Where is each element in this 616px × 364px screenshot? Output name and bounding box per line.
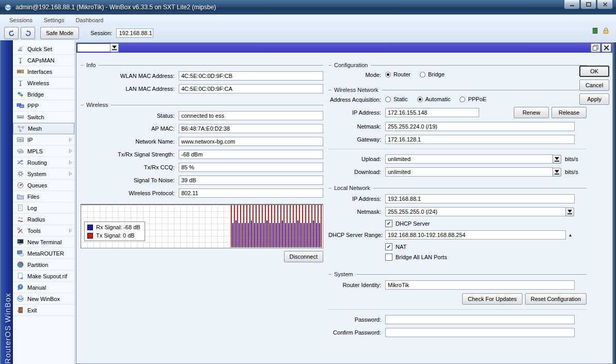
dhcp-range-up-arrow-icon[interactable]: ▲: [566, 233, 575, 238]
nat-label: NAT: [396, 244, 406, 250]
reset-configuration-button[interactable]: Reset Configuration: [525, 293, 587, 305]
lan-mac-address-field[interactable]: 4C:5E:0C:0D:9F:CA: [179, 84, 323, 93]
minimize-button[interactable]: [564, 0, 580, 9]
sidebar-item-switch[interactable]: Switch: [13, 112, 74, 123]
cancel-button[interactable]: Cancel: [579, 80, 609, 91]
renew-button[interactable]: Renew: [514, 107, 549, 118]
router-identity-field[interactable]: MikroTik: [385, 280, 575, 290]
sidebar-item-system[interactable]: System: [13, 168, 74, 180]
legend-text: Rx Signal: -68 dB: [96, 224, 140, 230]
password-field[interactable]: [385, 315, 575, 324]
upload-unit-label: bits/s: [565, 156, 578, 162]
upload-dropdown-button[interactable]: [552, 155, 561, 164]
interfaces-icon: [16, 68, 24, 76]
bridge-all-lan-ports-label: Bridge All LAN Ports: [396, 254, 447, 260]
sidebar-item-radius[interactable]: Radius: [13, 214, 74, 225]
ok-button[interactable]: OK: [579, 66, 609, 77]
quickset-mode-combo[interactable]: CPE: [77, 43, 119, 52]
disconnect-button[interactable]: Disconnect: [284, 251, 323, 262]
sidebar-item-log[interactable]: Log: [13, 202, 74, 214]
radio-bridge[interactable]: Bridge: [420, 71, 445, 77]
menu-item-settings[interactable]: Settings: [44, 17, 65, 23]
sidebar-item-exit[interactable]: Exit: [13, 305, 74, 316]
radio-static[interactable]: Static: [385, 96, 408, 102]
sidebar-item-interfaces[interactable]: Interfaces: [13, 66, 74, 77]
sidebar-item-bridge[interactable]: Bridge: [13, 89, 74, 100]
quickset-restore-button[interactable]: [591, 43, 601, 52]
tx-rx-ccq-field[interactable]: 85 %: [179, 163, 323, 172]
sidebar-item-wireless[interactable]: Wireless: [13, 77, 74, 89]
wlan-mac-address-field[interactable]: 4C:5E:0C:0D:9F:CB: [179, 71, 323, 81]
quickset-close-button[interactable]: [602, 43, 611, 52]
radio-pppoe[interactable]: PPPoE: [460, 96, 486, 102]
radio-label: Router: [393, 71, 410, 77]
close-button[interactable]: [597, 0, 613, 9]
gateway-field[interactable]: 172.16.128.1: [385, 135, 575, 144]
sidebar-item-capsman[interactable]: CAPsMAN: [13, 55, 74, 66]
bridge-all-lan-ports-checkbox[interactable]: [385, 254, 392, 261]
sidebar-item-partition[interactable]: Partition: [13, 259, 74, 271]
upload-field[interactable]: unlimited: [385, 154, 553, 164]
download-dropdown-button[interactable]: [552, 168, 561, 177]
release-button[interactable]: Release: [551, 107, 587, 118]
password-label: Password:: [328, 316, 385, 323]
sidebar-item-routing[interactable]: Routing: [13, 157, 74, 168]
lan-netmask-field[interactable]: 255.255.255.0 (/24): [385, 207, 566, 216]
tx-rx-signal-strength-field[interactable]: -68 dBm: [179, 150, 323, 159]
sidebar-item-queues[interactable]: Queues: [13, 180, 74, 191]
maximize-button[interactable]: [580, 0, 596, 9]
radio-router[interactable]: Router: [385, 71, 410, 77]
menu-item-sessions[interactable]: Sessions: [9, 17, 33, 23]
info-group-header: Info: [81, 62, 323, 68]
network-name-field[interactable]: www.networx-bg.com: [179, 137, 323, 146]
status-field[interactable]: connected to ess: [179, 111, 323, 120]
quickset-mode-value[interactable]: CPE: [77, 43, 110, 52]
signal-to-noise-field[interactable]: 39 dB: [179, 176, 323, 185]
ap-mac-field[interactable]: B6:48:7A:E0:D2:38: [179, 124, 323, 133]
sidebar-item-make-supout-rif[interactable]: Make Supout.rif: [13, 271, 74, 282]
quickset-mode-dropdown-button[interactable]: [110, 43, 119, 52]
sidebar-item-new-terminal[interactable]: New Terminal: [13, 236, 74, 248]
quickset-left-column: Info WLAN MAC Address:4C:5E:0C:0D:9F:CBL…: [81, 53, 323, 262]
wireless-protocol-field[interactable]: 802.11: [179, 188, 323, 198]
sidebar-item-label: New WinBox: [27, 296, 72, 302]
sidebar-item-label: Manual: [27, 284, 72, 291]
menubar: SessionsSettingsDashboard: [0, 14, 616, 26]
configuration-group-header: Configuration: [328, 62, 587, 68]
sidebar-item-ip[interactable]: 255IP: [13, 134, 74, 146]
sidebar-item-label: Mesh: [28, 125, 72, 132]
lan-ip-field[interactable]: 192.168.88.1: [385, 194, 575, 203]
apply-button[interactable]: Apply: [579, 93, 609, 105]
radio-automatic[interactable]: Automatic: [417, 96, 451, 102]
sidebar-item-mpls[interactable]: MPLS: [13, 146, 74, 157]
sidebar-item-manual[interactable]: ?Manual: [13, 282, 74, 293]
dhcp-server-checkbox[interactable]: ✓: [385, 220, 392, 227]
sidebar-item-label: Files: [27, 194, 72, 200]
download-field[interactable]: unlimited: [385, 167, 553, 177]
sidebar-item-new-winbox[interactable]: New WinBox: [13, 293, 74, 305]
wan-netmask-field[interactable]: 255.255.224.0 (/19): [385, 122, 575, 131]
log-icon: [16, 204, 24, 212]
sidebar-item-label: Exit: [27, 307, 72, 313]
undo-button[interactable]: [4, 27, 19, 39]
sidebar-item-metarouter[interactable]: MetaROUTER: [13, 248, 74, 259]
wan-ip-field[interactable]: 172.16.155.148: [385, 108, 479, 117]
sidebar-item-ppp[interactable]: PPP: [13, 100, 74, 112]
sidebar-item-quick-set[interactable]: Quick Set: [13, 43, 74, 55]
lan-netmask-dropdown-button[interactable]: [565, 208, 574, 216]
sidebar-item-label: Routing: [27, 160, 66, 166]
check-for-updates-button[interactable]: Check For Updates: [462, 293, 523, 305]
quickset-window: CPE Quick Set Info WLAN MAC Address:4C:5…: [76, 42, 613, 364]
session-input[interactable]: 192.168.88.1: [116, 28, 153, 38]
redo-button[interactable]: [21, 27, 35, 39]
sidebar-item-label: New Terminal: [27, 239, 72, 245]
safe-mode-button[interactable]: Safe Mode: [40, 27, 79, 39]
confirm-password-field[interactable]: [385, 328, 575, 337]
sidebar-item-mesh[interactable]: Mesh: [13, 123, 74, 134]
sidebar-item-tools[interactable]: Tools: [13, 225, 74, 236]
dhcp-range-field[interactable]: 192.168.88.10-192.168.88.254: [385, 230, 566, 240]
sidebar-item-files[interactable]: Files: [13, 191, 74, 202]
menu-item-dashboard[interactable]: Dashboard: [75, 17, 103, 23]
lan-ip-label: IP Address:: [328, 196, 385, 202]
nat-checkbox[interactable]: ✓: [385, 243, 392, 250]
